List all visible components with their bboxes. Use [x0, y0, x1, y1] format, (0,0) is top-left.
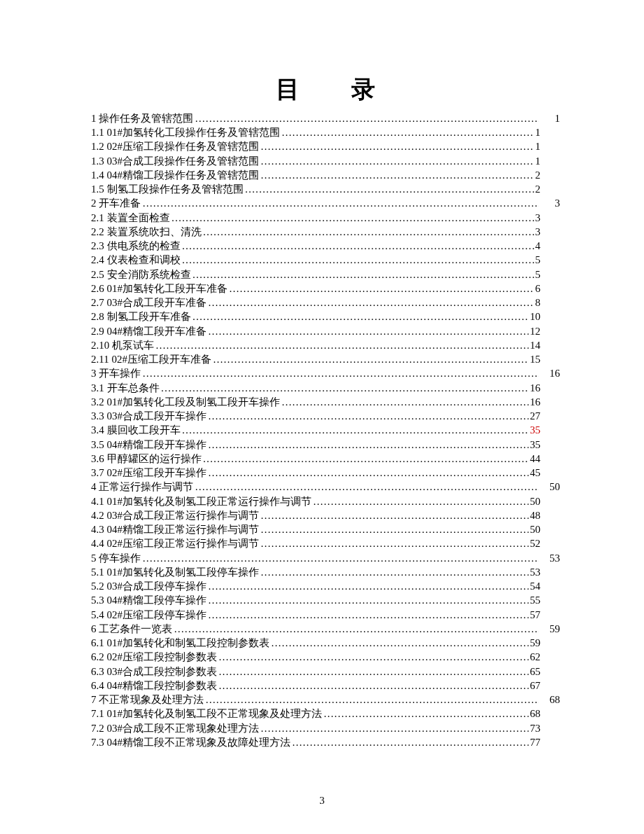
toc-entry-page: 55	[530, 593, 540, 607]
toc-entry-page: 12	[530, 324, 540, 338]
toc-entry-page: 3	[536, 211, 541, 225]
toc-entry-page: 3	[540, 196, 560, 210]
toc-entry-label: 3.4 膜回收工段开车	[91, 423, 181, 437]
toc-entry-page: 57	[530, 608, 540, 622]
toc-entry-page: 50	[530, 494, 540, 508]
toc-leader-dots	[218, 679, 528, 693]
toc-entry-label: 5.2 03#合成工段停车操作	[91, 579, 206, 593]
toc-entry-page: 10	[530, 310, 540, 324]
toc-entry: 1.1 01#加氢转化工段操作任务及管辖范围1	[91, 125, 560, 139]
toc-entry-label: 3.1 开车总条件	[91, 381, 160, 395]
toc-leader-dots	[271, 636, 528, 650]
toc-entry: 2.2 装置系统吹扫、清洗3	[91, 225, 560, 239]
toc-entry: 7 不正常现象及处理方法68	[91, 693, 560, 707]
toc-leader-dots	[292, 735, 528, 749]
toc-entry: 4.4 02#压缩工段正常运行操作与调节52	[91, 536, 560, 550]
toc-entry: 2.9 04#精馏工段开车准备12	[91, 324, 560, 338]
toc-leader-dots	[218, 650, 528, 664]
toc-leader-dots	[260, 139, 534, 153]
toc-leader-dots	[155, 338, 528, 352]
toc-entry-page: 6	[536, 282, 541, 296]
toc-leader-dots	[281, 395, 528, 409]
toc-entry-label: 1 操作任务及管辖范围	[91, 111, 193, 125]
toc-entry: 5.2 03#合成工段停车操作54	[91, 579, 560, 593]
toc-entry-label: 7.1 01#加氢转化及制氢工段不正常现象及处理方法	[91, 707, 322, 721]
toc-entry-page: 59	[530, 636, 540, 650]
toc-entry-label: 4.2 03#合成工段正常运行操作与调节	[91, 508, 259, 522]
toc-entry-label: 6 工艺条件一览表	[91, 622, 172, 636]
toc-entry: 7.3 04#精馏工段不正常现象及故障处理方法77	[91, 735, 560, 749]
toc-leader-dots	[192, 267, 534, 282]
toc-entry: 5.1 01#加氢转化及制氢工段停车操作53	[91, 565, 560, 579]
page: 目录 1 操作任务及管辖范围11.1 01#加氢转化工段操作任务及管辖范围11.…	[0, 0, 644, 834]
toc-entry-page: 35	[530, 438, 540, 452]
toc-entry-label: 2.3 供电系统的检查	[91, 239, 181, 253]
toc-entry: 4 正常运行操作与调节50	[91, 480, 560, 494]
toc-entry-page: 1	[536, 139, 541, 153]
toc-leader-dots	[174, 622, 539, 636]
toc-entry-page: 68	[540, 693, 560, 707]
toc-entry-page: 15	[530, 352, 540, 366]
toc-entry-label: 5.4 02#压缩工段停车操作	[91, 608, 206, 622]
toc-leader-dots	[205, 693, 539, 707]
toc-entry-page: 67	[530, 679, 540, 693]
toc-leader-dots	[182, 239, 534, 253]
toc-leader-dots	[195, 480, 539, 494]
toc-entry-page: 16	[540, 366, 560, 380]
toc-entry-label: 1.2 02#压缩工段操作任务及管辖范围	[91, 139, 259, 153]
toc-leader-dots	[203, 225, 534, 239]
title-part-1: 目	[276, 76, 300, 102]
toc-entry-page: 35	[530, 423, 540, 437]
toc-entry: 1.5 制氢工段操作任务及管辖范围2	[91, 182, 560, 196]
toc-entry: 3.2 01#加氢转化工段及制氢工段开车操作16	[91, 395, 560, 409]
toc-entry-label: 6.3 03#合成工段控制参数表	[91, 665, 217, 679]
toc-entry-label: 2.7 03#合成工段开车准备	[91, 296, 206, 310]
toc-entry-label: 1.4 04#精馏工段操作任务及管辖范围	[91, 168, 259, 182]
toc-entry-page: 59	[540, 622, 560, 636]
toc-leader-dots	[192, 310, 529, 324]
toc-entry-label: 6.4 04#精馏工段控制参数表	[91, 679, 217, 693]
toc-entry-page: 53	[530, 565, 540, 579]
toc-entry: 2.10 机泵试车14	[91, 338, 560, 352]
toc-entry-label: 1.5 制氢工段操作任务及管辖范围	[91, 182, 244, 196]
toc-entry-label: 4 正常运行操作与调节	[91, 480, 193, 494]
toc-entry: 6.2 02#压缩工段控制参数表62	[91, 650, 560, 664]
toc-leader-dots	[208, 466, 528, 480]
toc-entry-page: 27	[530, 409, 540, 423]
toc-entry: 2.7 03#合成工段开车准备8	[91, 296, 560, 310]
toc-entry: 2.6 01#加氢转化工段开车准备6	[91, 282, 560, 296]
toc-leader-dots	[208, 438, 528, 452]
toc-entry: 2.11 02#压缩工段开车准备15	[91, 352, 560, 366]
toc-leader-dots	[260, 565, 528, 579]
toc-entry-page: 50	[540, 480, 560, 494]
toc-leader-dots	[142, 196, 539, 210]
toc-entry-label: 3 开车操作	[91, 366, 141, 380]
toc-entry-page: 52	[530, 536, 540, 550]
toc-entry-page: 1	[536, 154, 541, 168]
toc-leader-dots	[260, 522, 528, 536]
toc-entry: 3 开车操作16	[91, 366, 560, 380]
toc-entry-label: 2 开车准备	[91, 196, 141, 210]
toc-entry: 2.5 安全消防系统检查5	[91, 267, 560, 282]
toc-entry-label: 3.2 01#加氢转化工段及制氢工段开车操作	[91, 395, 280, 409]
toc-entry-label: 6.2 02#压缩工段控制参数表	[91, 650, 217, 664]
toc-entry-label: 2.9 04#精馏工段开车准备	[91, 324, 206, 338]
toc-entry-label: 2.8 制氢工段开车准备	[91, 310, 191, 324]
toc-leader-dots	[208, 296, 534, 310]
toc-entry: 2.1 装置全面检查3	[91, 211, 560, 225]
toc-leader-dots	[208, 324, 528, 338]
toc-entry-page: 2	[536, 182, 541, 196]
toc-leader-dots	[182, 423, 529, 437]
toc-entry-page: 77	[530, 735, 540, 749]
toc-entry-label: 4.3 04#精馏工段正常运行操作与调节	[91, 522, 259, 536]
toc-entry-label: 3.3 03#合成工段开车操作	[91, 409, 206, 423]
toc-leader-dots	[208, 579, 528, 593]
toc-entry: 4.3 04#精馏工段正常运行操作与调节50	[91, 522, 560, 536]
toc-entry: 2.4 仪表检查和调校5	[91, 253, 560, 267]
toc-entry: 5.4 02#压缩工段停车操作57	[91, 608, 560, 622]
toc-entry-page: 53	[540, 551, 560, 565]
toc-entry-label: 2.5 安全消防系统检查	[91, 267, 191, 282]
toc-entry-page: 8	[536, 296, 541, 310]
toc-entry-label: 5 停车操作	[91, 551, 141, 565]
toc-leader-dots	[245, 182, 534, 196]
